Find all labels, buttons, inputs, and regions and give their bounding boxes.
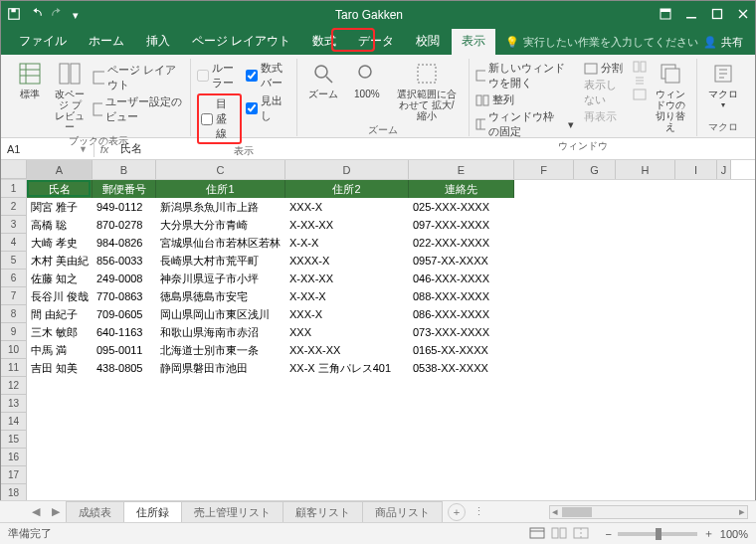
cell[interactable] bbox=[409, 377, 514, 395]
cell[interactable] bbox=[574, 305, 616, 323]
minimize-icon[interactable] bbox=[685, 8, 697, 22]
sheet-tab[interactable]: 顧客リスト bbox=[283, 501, 363, 523]
cell[interactable] bbox=[616, 198, 675, 216]
cell[interactable] bbox=[616, 377, 675, 395]
cell[interactable]: X-XX-XX bbox=[285, 216, 409, 234]
cell[interactable] bbox=[675, 431, 717, 449]
table-header-cell[interactable]: 氏名 bbox=[27, 180, 93, 198]
cell[interactable] bbox=[285, 466, 409, 484]
cell[interactable]: 木村 美由紀 bbox=[27, 252, 93, 270]
page-layout-button[interactable]: ページ レイアウト bbox=[93, 63, 184, 92]
cell[interactable] bbox=[285, 377, 409, 395]
col-B[interactable]: B bbox=[93, 160, 156, 179]
tab-nav-prev[interactable]: ◀ bbox=[32, 505, 40, 518]
tell-me[interactable]: 💡実行したい作業を入力してください bbox=[505, 35, 698, 50]
cell[interactable] bbox=[514, 323, 574, 341]
tab-insert[interactable]: 挿入 bbox=[136, 29, 180, 55]
tab-home[interactable]: ホーム bbox=[79, 29, 134, 55]
cell[interactable] bbox=[285, 449, 409, 466]
cell[interactable]: X-XX-X bbox=[285, 287, 409, 305]
cell[interactable] bbox=[514, 466, 574, 484]
cell[interactable] bbox=[616, 234, 675, 252]
col-C[interactable]: C bbox=[156, 160, 285, 179]
cell[interactable] bbox=[409, 395, 514, 413]
cell[interactable] bbox=[717, 305, 731, 323]
cell[interactable]: 宮城県仙台市若林区若林 bbox=[156, 234, 285, 252]
formula-bar-checkbox[interactable]: 数式バー bbox=[246, 61, 290, 91]
cell[interactable]: 949-0112 bbox=[93, 198, 156, 216]
zoom-percent[interactable]: 100% bbox=[720, 528, 748, 540]
cell[interactable] bbox=[27, 466, 93, 484]
cell[interactable] bbox=[616, 216, 675, 234]
cell[interactable] bbox=[616, 413, 675, 431]
ribbon-display-icon[interactable] bbox=[660, 8, 671, 22]
cell[interactable] bbox=[514, 377, 574, 395]
cell[interactable] bbox=[27, 395, 93, 413]
cell[interactable] bbox=[717, 377, 731, 395]
cell[interactable] bbox=[616, 431, 675, 449]
cell[interactable]: 870-0278 bbox=[93, 216, 156, 234]
cell[interactable]: XXXX-X bbox=[285, 252, 409, 270]
cell[interactable]: 大崎 孝史 bbox=[27, 234, 93, 252]
page-layout-view-icon[interactable] bbox=[551, 527, 567, 541]
cell[interactable] bbox=[675, 198, 717, 216]
cell[interactable] bbox=[514, 216, 574, 234]
cell[interactable]: X-XX-XX bbox=[285, 270, 409, 287]
cell[interactable] bbox=[93, 431, 156, 449]
redo-icon[interactable] bbox=[51, 7, 65, 23]
cell[interactable] bbox=[93, 466, 156, 484]
zoom-button[interactable]: ズーム bbox=[303, 59, 343, 101]
horizontal-scrollbar[interactable]: ◂▸ bbox=[549, 505, 748, 519]
cell[interactable]: 佐藤 知之 bbox=[27, 270, 93, 287]
cell[interactable] bbox=[514, 395, 574, 413]
cell[interactable]: 岡山県岡山市東区浅川 bbox=[156, 305, 285, 323]
cell[interactable] bbox=[717, 198, 731, 216]
table-header-cell[interactable]: 住所1 bbox=[156, 180, 285, 198]
col-I[interactable]: I bbox=[675, 160, 717, 179]
cell[interactable] bbox=[675, 359, 717, 377]
hide-button[interactable]: 表示しない bbox=[584, 78, 623, 107]
row-header[interactable]: 3 bbox=[1, 216, 27, 234]
cell[interactable] bbox=[717, 413, 731, 431]
row-header[interactable]: 8 bbox=[1, 305, 27, 323]
cell[interactable] bbox=[514, 359, 574, 377]
cell[interactable] bbox=[574, 359, 616, 377]
normal-view-icon[interactable] bbox=[529, 527, 545, 541]
maximize-icon[interactable] bbox=[711, 8, 723, 22]
cell[interactable] bbox=[616, 395, 675, 413]
cell[interactable]: 046-XXX-XXXX bbox=[409, 270, 514, 287]
cell[interactable] bbox=[574, 377, 616, 395]
cell[interactable] bbox=[574, 395, 616, 413]
cell[interactable]: XXX-X bbox=[285, 305, 409, 323]
cell[interactable] bbox=[514, 449, 574, 466]
page-break-view-icon[interactable] bbox=[573, 527, 589, 541]
col-A[interactable]: A bbox=[27, 160, 93, 179]
cell[interactable] bbox=[717, 359, 731, 377]
cell[interactable] bbox=[514, 431, 574, 449]
table-header-cell[interactable]: 郵便番号 bbox=[93, 180, 156, 198]
cell[interactable] bbox=[717, 449, 731, 466]
cell[interactable] bbox=[156, 395, 285, 413]
cell[interactable] bbox=[574, 198, 616, 216]
cell[interactable] bbox=[514, 270, 574, 287]
col-D[interactable]: D bbox=[285, 160, 409, 179]
row-header[interactable]: 6 bbox=[1, 270, 27, 287]
cell[interactable] bbox=[156, 377, 285, 395]
sheet-tab[interactable]: 売上管理リスト bbox=[181, 501, 284, 523]
cell[interactable]: 073-XXX-XXXX bbox=[409, 323, 514, 341]
cell[interactable] bbox=[409, 449, 514, 466]
cell[interactable] bbox=[514, 305, 574, 323]
cell[interactable] bbox=[717, 270, 731, 287]
tab-formulas[interactable]: 数式 bbox=[302, 29, 346, 55]
row-header[interactable]: 13 bbox=[1, 395, 27, 413]
cell[interactable]: 770-0863 bbox=[93, 287, 156, 305]
save-icon[interactable] bbox=[7, 7, 21, 23]
col-E[interactable]: E bbox=[409, 160, 514, 179]
cell[interactable] bbox=[574, 341, 616, 359]
cell[interactable] bbox=[156, 466, 285, 484]
page-break-preview-button[interactable]: 改ページ プレビュー bbox=[51, 59, 89, 134]
cell[interactable] bbox=[574, 413, 616, 431]
cell[interactable] bbox=[514, 287, 574, 305]
sheet-tab[interactable]: 住所録 bbox=[123, 501, 182, 523]
zoom-out-icon[interactable]: − bbox=[605, 528, 611, 540]
